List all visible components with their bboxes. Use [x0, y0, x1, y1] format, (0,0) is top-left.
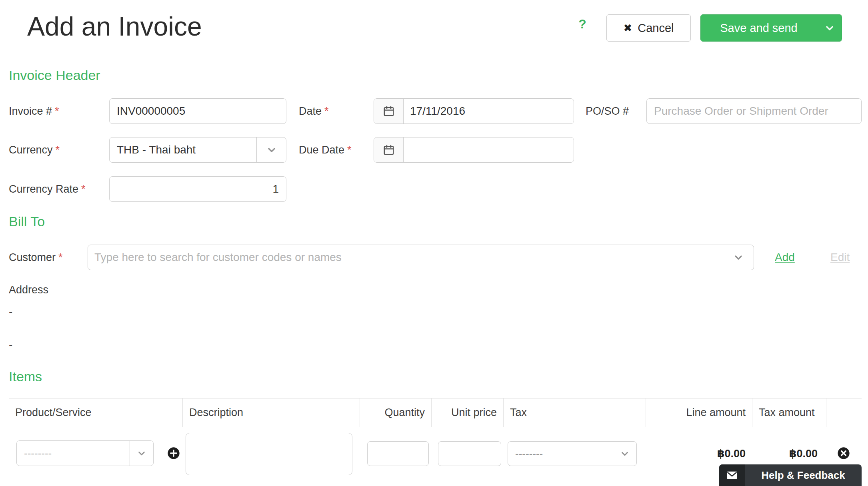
tax-amount-value: ฿0.00: [752, 441, 818, 466]
chevron-down-icon: [267, 145, 276, 155]
currency-rate-label: Currency Rate*: [9, 176, 86, 202]
address-label-text: Address: [9, 284, 48, 296]
cancel-label: Cancel: [638, 22, 674, 35]
add-invoice-page: Add an Invoice ? ✖ Cancel Save and send …: [0, 0, 868, 486]
currency-select[interactable]: THB - Thai baht: [109, 137, 286, 163]
currency-rate-input[interactable]: [109, 176, 286, 202]
help-feedback-button[interactable]: Help & Feedback: [719, 464, 862, 486]
line-amount-value: ฿0.00: [646, 441, 746, 466]
po-so-input[interactable]: [646, 98, 862, 124]
chevron-down-icon: [734, 253, 743, 262]
tax-placeholder: --------: [508, 448, 613, 460]
save-and-send-split-button: Save and send: [700, 14, 842, 42]
product-service-select[interactable]: --------: [16, 440, 154, 466]
customer-edit-link[interactable]: Edit: [830, 245, 850, 270]
chevron-down-icon: [137, 449, 146, 458]
date-label-text: Date: [299, 105, 322, 117]
date-calendar-button[interactable]: [374, 99, 404, 123]
remove-circle-icon: [837, 447, 850, 460]
address-line-1: -: [9, 305, 12, 318]
customer-label: Customer*: [9, 245, 63, 270]
help-icon[interactable]: ?: [575, 17, 590, 32]
date-field-group: [374, 98, 574, 124]
currency-label-text: Currency: [9, 144, 53, 156]
po-so-label: PO/SO #: [586, 98, 629, 124]
envelope-icon: [719, 464, 745, 486]
cancel-x-icon: ✖: [623, 22, 632, 34]
column-header-tax: Tax: [503, 398, 646, 427]
customer-select-caret[interactable]: [723, 245, 754, 270]
currency-rate-label-text: Currency Rate: [9, 183, 78, 195]
help-feedback-label: Help & Feedback: [745, 464, 862, 486]
required-asterisk: *: [347, 144, 352, 156]
plus-circle-icon: [167, 447, 180, 460]
add-line-button[interactable]: [167, 447, 180, 460]
description-textarea[interactable]: [186, 433, 352, 475]
tax-select-caret[interactable]: [613, 442, 636, 466]
address-line-2: -: [9, 339, 12, 351]
required-asterisk: *: [324, 105, 329, 117]
column-header-line-amount: Line amount: [646, 398, 752, 427]
invoice-number-input[interactable]: [109, 98, 286, 124]
cancel-button[interactable]: ✖ Cancel: [606, 14, 691, 42]
items-table-header: Product/Service Description Quantity Uni…: [9, 398, 862, 427]
required-asterisk: *: [58, 251, 63, 263]
invoice-number-label: Invoice #*: [9, 98, 59, 124]
currency-selected-value: THB - Thai baht: [110, 143, 256, 156]
tax-select[interactable]: --------: [508, 441, 637, 466]
currency-label: Currency*: [9, 137, 60, 163]
column-header-description: Description: [182, 398, 360, 427]
column-header-quantity: Quantity: [360, 398, 431, 427]
chevron-down-icon: [825, 23, 834, 33]
customer-search-input[interactable]: [88, 245, 723, 270]
page-title: Add an Invoice: [27, 10, 202, 43]
po-so-label-text: PO/SO #: [586, 105, 629, 117]
customer-add-link[interactable]: Add: [775, 245, 795, 270]
currency-select-caret[interactable]: [256, 137, 286, 162]
due-date-calendar-button[interactable]: [374, 137, 404, 162]
items-section-title: Items: [9, 368, 42, 385]
date-input[interactable]: [404, 99, 574, 123]
bill-to-section-title: Bill To: [9, 213, 45, 230]
required-asterisk: *: [56, 144, 60, 156]
chevron-down-icon: [620, 449, 629, 458]
due-date-label-text: Due Date: [299, 144, 344, 156]
required-asterisk: *: [55, 105, 59, 117]
date-label: Date*: [299, 98, 329, 124]
column-header-unit-price: Unit price: [431, 398, 503, 427]
column-header-tax-amount: Tax amount: [752, 398, 826, 427]
customer-combobox: [88, 245, 754, 270]
save-and-send-label: Save and send: [720, 22, 797, 34]
unit-price-input[interactable]: [438, 441, 501, 466]
save-options-caret-button[interactable]: [817, 15, 842, 41]
product-service-placeholder: --------: [17, 447, 130, 460]
save-and-send-button[interactable]: Save and send: [701, 15, 817, 41]
due-date-label: Due Date*: [299, 137, 352, 163]
calendar-icon: [383, 105, 395, 117]
remove-line-button[interactable]: [837, 447, 850, 460]
column-header-actions: [826, 398, 862, 427]
calendar-icon: [383, 144, 395, 156]
product-service-select-caret[interactable]: [130, 441, 153, 466]
customer-label-text: Customer: [9, 251, 56, 263]
due-date-input[interactable]: [404, 137, 574, 162]
quantity-input[interactable]: [367, 441, 429, 466]
address-label: Address: [9, 281, 48, 299]
invoice-header-section-title: Invoice Header: [9, 66, 100, 84]
column-header-product-service: Product/Service: [9, 398, 165, 427]
column-header-add: [165, 398, 182, 427]
invoice-number-label-text: Invoice #: [9, 105, 52, 117]
due-date-field-group: [374, 137, 574, 163]
required-asterisk: *: [81, 183, 86, 195]
